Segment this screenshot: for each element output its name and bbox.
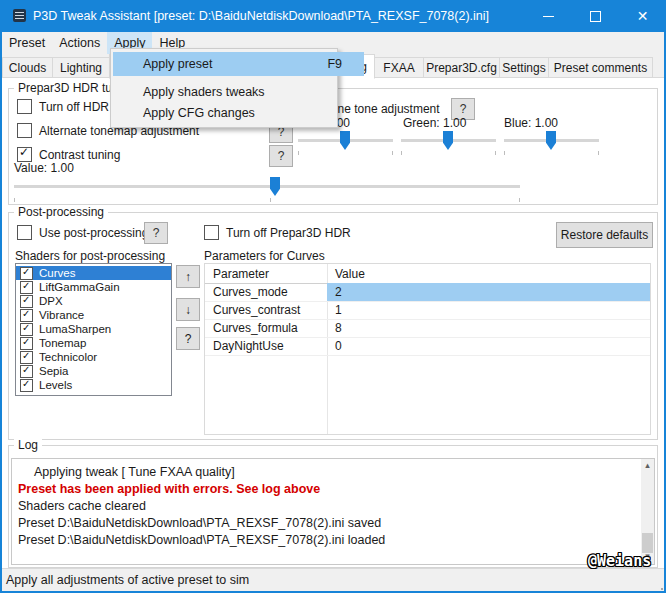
menu-item-label: Apply CFG changes xyxy=(143,106,255,120)
tab-prepar3d-cfg[interactable]: Prepar3D.cfg xyxy=(423,57,500,78)
move-shader-up-button[interactable]: ↑ xyxy=(176,265,200,288)
use-post-processing-checkbox-row[interactable]: Use post-processing xyxy=(17,225,148,240)
close-icon: ✕ xyxy=(637,8,649,24)
menu-item-apply-shaders-tweaks[interactable]: Apply shaders tweaks xyxy=(113,81,364,103)
green-slider[interactable] xyxy=(401,131,496,149)
tab-clouds[interactable]: Clouds xyxy=(2,57,53,78)
menu-actions[interactable]: Actions xyxy=(52,32,107,54)
window-title: P3D Tweak Assistant [preset: D:\BaiduNet… xyxy=(33,0,489,32)
log-output[interactable]: Applying tweak [ Tune FXAA quality] Pres… xyxy=(11,458,655,565)
shader-label: Levels xyxy=(39,379,72,391)
tab-lighting[interactable]: Lighting xyxy=(52,57,110,78)
param-value[interactable]: 1 xyxy=(327,301,650,319)
shader-checkbox[interactable]: ✓ xyxy=(20,267,33,280)
close-button[interactable]: ✕ xyxy=(619,0,666,32)
shader-item-tonemap[interactable]: ✓ Tonemap xyxy=(16,336,171,350)
log-line-error: Preset has been applied with errors. See… xyxy=(18,482,320,496)
shader-checkbox[interactable]: ✓ xyxy=(20,351,33,364)
turn-off-hdr-checkbox[interactable] xyxy=(17,99,32,114)
check-icon: ✓ xyxy=(19,145,29,159)
watermark: @Weians xyxy=(588,552,651,570)
turn-off-prepar3d-hdr-checkbox[interactable] xyxy=(204,225,219,240)
move-shader-down-button[interactable]: ↓ xyxy=(176,298,200,321)
tab-fxaa[interactable]: FXAA xyxy=(374,57,424,78)
tab-settings[interactable]: Settings xyxy=(499,57,549,78)
window-border-left xyxy=(0,32,2,593)
help-button-contrast-tuning[interactable]: ? xyxy=(269,145,293,167)
slider-tick xyxy=(401,151,402,155)
param-value[interactable]: 8 xyxy=(327,319,650,337)
parameters-table[interactable]: Parameter Value Curves_mode 2 Curves_con… xyxy=(204,263,651,435)
shader-checkbox[interactable]: ✓ xyxy=(20,295,33,308)
shader-label: Tonemap xyxy=(39,337,86,349)
title-bar: P3D Tweak Assistant [preset: D:\BaiduNet… xyxy=(0,0,666,32)
slider-thumb[interactable] xyxy=(270,177,280,196)
shader-item-curves[interactable]: ✓ Curves xyxy=(16,266,171,280)
menu-preset[interactable]: Preset xyxy=(2,32,52,54)
turn-off-hdr-label: Turn off HDR xyxy=(39,100,109,114)
table-row[interactable]: Curves_contrast 1 xyxy=(205,301,650,320)
blue-slider[interactable] xyxy=(504,131,599,149)
shader-checkbox[interactable]: ✓ xyxy=(20,337,33,350)
check-icon: ✓ xyxy=(22,322,30,333)
scrollbar-thumb[interactable] xyxy=(642,533,653,553)
menu-item-apply-cfg-changes[interactable]: Apply CFG changes xyxy=(113,102,364,124)
header-parameter: Parameter xyxy=(205,267,327,281)
table-row[interactable]: Curves_mode 2 xyxy=(205,283,650,302)
shader-checkbox[interactable]: ✓ xyxy=(20,379,33,392)
help-button-shaders[interactable]: ? xyxy=(176,327,200,350)
shader-item-technicolor[interactable]: ✓ Technicolor xyxy=(16,350,171,364)
slider-thumb[interactable] xyxy=(443,131,453,150)
tab-preset-comments[interactable]: Preset comments xyxy=(548,57,653,78)
shader-item-sepia[interactable]: ✓ Sepia xyxy=(16,364,171,378)
param-value[interactable]: 2 xyxy=(327,283,650,301)
menu-item-label: Apply preset xyxy=(143,57,212,71)
slider-tick xyxy=(14,198,15,202)
minimize-icon xyxy=(543,16,554,17)
shader-item-lumasharpen[interactable]: ✓ LumaSharpen xyxy=(16,322,171,336)
table-row[interactable]: Curves_formula 8 xyxy=(205,319,650,338)
slider-thumb[interactable] xyxy=(340,131,350,150)
log-scrollbar[interactable]: ▴ ▾ xyxy=(641,459,654,564)
check-icon: ✓ xyxy=(22,378,30,389)
turn-off-prepar3d-hdr-checkbox-row[interactable]: Turn off Prepar3D HDR xyxy=(204,225,351,240)
shader-item-vibrance[interactable]: ✓ Vibrance xyxy=(16,308,171,322)
minimize-button[interactable] xyxy=(525,0,572,32)
status-text: Apply all adjustments of active preset t… xyxy=(6,573,249,587)
turn-off-prepar3d-hdr-label: Turn off Prepar3D HDR xyxy=(226,226,351,240)
param-name: Curves_contrast xyxy=(205,303,327,317)
shader-item-dpx[interactable]: ✓ DPX xyxy=(16,294,171,308)
resize-grip[interactable] xyxy=(661,588,663,590)
shader-checkbox[interactable]: ✓ xyxy=(20,365,33,378)
contrast-tuning-checkbox[interactable]: ✓ xyxy=(17,147,32,162)
restore-defaults-button[interactable]: Restore defaults xyxy=(556,222,653,248)
log-line: Preset D:\BaiduNetdiskDownload\PTA_REXSF… xyxy=(18,533,385,547)
red-slider[interactable] xyxy=(298,131,393,149)
table-row[interactable]: DayNightUse 0 xyxy=(205,337,650,356)
slider-thumb[interactable] xyxy=(546,131,556,150)
slider-tick xyxy=(504,151,505,155)
slider-tick xyxy=(392,151,393,155)
shader-item-liftgammagain[interactable]: ✓ LiftGammaGain xyxy=(16,280,171,294)
check-icon: ✓ xyxy=(22,294,30,305)
help-button-use-post-processing[interactable]: ? xyxy=(144,222,168,244)
param-value[interactable]: 0 xyxy=(327,337,650,355)
contrast-tuning-checkbox-row[interactable]: ✓ Contrast tuning xyxy=(17,147,120,162)
scroll-up-icon[interactable]: ▴ xyxy=(641,460,654,472)
slider-track[interactable] xyxy=(14,185,520,188)
shader-label: Curves xyxy=(39,267,75,279)
contrast-value-slider[interactable] xyxy=(14,177,520,196)
shader-checkbox[interactable]: ✓ xyxy=(20,281,33,294)
shader-checkbox[interactable]: ✓ xyxy=(20,323,33,336)
maximize-button[interactable] xyxy=(572,0,619,32)
shaders-listbox[interactable]: ✓ Curves ✓ LiftGammaGain ✓ DPX ✓ Vibranc… xyxy=(15,263,172,396)
shader-item-levels[interactable]: ✓ Levels xyxy=(16,378,171,392)
check-icon: ✓ xyxy=(22,364,30,375)
turn-off-hdr-checkbox-row[interactable]: Turn off HDR xyxy=(17,99,109,114)
table-header-row[interactable]: Parameter Value xyxy=(205,264,650,284)
shader-checkbox[interactable]: ✓ xyxy=(20,309,33,322)
shader-label: Vibrance xyxy=(39,309,84,321)
use-post-processing-checkbox[interactable] xyxy=(17,225,32,240)
menu-item-apply-preset[interactable]: Apply preset F9 xyxy=(113,52,364,76)
alternate-tonemap-checkbox[interactable] xyxy=(17,123,32,138)
